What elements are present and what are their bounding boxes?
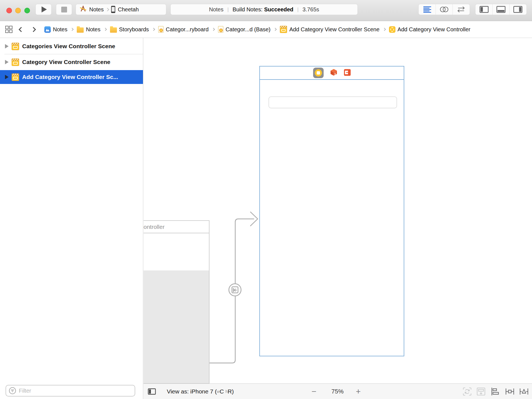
inspectors-panel-toggle[interactable] — [509, 4, 526, 15]
update-frames-button[interactable] — [461, 384, 473, 399]
partial-view-controller[interactable]: ontroller — [144, 220, 209, 383]
overlapping-circles-icon — [439, 6, 449, 13]
filter-input[interactable] — [19, 388, 132, 394]
outline-row-add-category-scene[interactable]: Add Category View Controller Sc... — [0, 70, 143, 84]
jumpbar-item-project[interactable]: Notes — [44, 26, 67, 33]
exit-icon[interactable] — [344, 69, 351, 77]
scene-clapper-icon — [12, 73, 19, 81]
chevron-separator-icon — [212, 28, 215, 31]
chevron-right-icon — [31, 27, 36, 32]
stop-button[interactable] — [56, 4, 72, 15]
chevron-left-icon — [19, 27, 24, 32]
version-editor-button[interactable] — [452, 4, 469, 15]
outline-toggle-button[interactable] — [146, 384, 158, 399]
minimize-button[interactable] — [15, 8, 21, 13]
status-divider: | — [297, 6, 299, 12]
storyboard-canvas[interactable]: 1 ontroller — [144, 38, 532, 383]
update-frames-icon — [462, 387, 472, 396]
trait-width-value: C — [220, 388, 224, 395]
build-status-result: Succeeded — [264, 6, 293, 13]
close-button[interactable] — [6, 8, 12, 13]
navigator-panel-toggle[interactable] — [475, 4, 492, 15]
resolve-issues-icon — [519, 387, 529, 396]
trait-width-key: w — [217, 389, 220, 394]
jumpbar-item-label: Categor...d (Base) — [226, 26, 270, 33]
outline-row-category-scene[interactable]: Category View Controller Scene — [0, 55, 143, 69]
trait-height-key: h — [226, 389, 228, 394]
view-controller-icon — [389, 26, 395, 33]
view-as-button[interactable]: View as: iPhone 7 (wC hR) — [167, 384, 234, 399]
run-button[interactable] — [35, 4, 52, 15]
outline-row-categories-scene[interactable]: Categories View Controller Scene — [0, 39, 143, 53]
activity-viewer[interactable]: Notes | Build Notes: Succeeded | 3.765s — [170, 4, 358, 15]
folder-icon — [110, 27, 117, 33]
breadcrumb: Notes Notes Storyboards Categor...ryboar… — [44, 26, 470, 33]
filter-icon — [9, 387, 16, 395]
build-status-label: Build Notes: — [232, 6, 262, 13]
disclosure-triangle-icon[interactable] — [5, 75, 9, 79]
scene-clapper-icon — [12, 43, 19, 50]
jumpbar-item-storyboards[interactable]: Storyboards — [110, 26, 149, 33]
view-controller-dock-icon[interactable] — [313, 68, 324, 78]
svg-text:1: 1 — [334, 72, 336, 76]
chevron-separator-icon — [383, 28, 386, 31]
debug-area-toggle[interactable] — [492, 4, 509, 15]
grid-icon — [5, 25, 13, 33]
project-icon — [44, 26, 51, 33]
add-constraints-button[interactable] — [504, 384, 516, 399]
jumpbar-item-label: Add Category View Controller — [398, 26, 470, 33]
status-divider: | — [227, 6, 229, 12]
back-button[interactable] — [15, 23, 27, 35]
jumpbar-item-folder[interactable]: Notes — [77, 26, 100, 33]
first-responder-icon[interactable]: 1 — [330, 69, 337, 77]
forward-button[interactable] — [27, 23, 39, 35]
zoom-in-button[interactable]: + — [352, 384, 365, 399]
row-separator — [4, 54, 143, 54]
text-field[interactable] — [268, 96, 397, 108]
zoom-out-button[interactable]: − — [308, 384, 320, 399]
scheme-project-label: Notes — [89, 6, 104, 13]
xcode-app-icon — [80, 5, 87, 14]
disclosure-triangle-icon[interactable] — [5, 60, 9, 64]
chevron-separator-icon — [71, 28, 74, 31]
jumpbar-item-scene[interactable]: Add Category View Controller Scene — [280, 26, 379, 33]
segue-badge[interactable] — [229, 284, 241, 296]
storyboard-file-icon — [218, 26, 223, 33]
scene-dock: 1 — [260, 66, 404, 80]
play-icon — [42, 6, 47, 12]
swap-arrows-icon — [456, 6, 466, 13]
canvas-bottom-bar: View as: iPhone 7 (wC hR) − 75% + — [144, 383, 532, 399]
chevron-separator-icon — [152, 28, 155, 31]
assistant-editor-button[interactable] — [436, 4, 452, 15]
outline-row-label: Add Category View Controller Sc... — [22, 74, 118, 80]
jumpbar-item-label: Notes — [86, 26, 100, 33]
outline-row-label: Categories View Controller Scene — [22, 43, 115, 50]
jumpbar-item-storyboard-base[interactable]: Categor...d (Base) — [218, 26, 270, 33]
jump-bar: Notes Notes Storyboards Categor...ryboar… — [0, 21, 532, 38]
standard-editor-button[interactable] — [419, 4, 436, 15]
disclosure-triangle-icon[interactable] — [5, 44, 9, 48]
align-button[interactable] — [489, 384, 502, 399]
jumpbar-item-storyboard-file[interactable]: Categor...ryboard — [158, 26, 209, 33]
filter-field[interactable] — [6, 385, 135, 397]
embed-in-stack-button[interactable] — [475, 384, 487, 399]
jumpbar-item-view-controller[interactable]: Add Category View Controller — [389, 26, 470, 33]
related-items-button[interactable] — [3, 23, 15, 35]
zoom-window-button[interactable] — [24, 8, 30, 13]
scene-icon — [280, 26, 287, 33]
partial-view-controller-header: ontroller — [144, 221, 209, 233]
scheme-selector[interactable]: Notes Cheetah — [76, 4, 166, 15]
add-category-view-controller-scene[interactable]: 1 — [259, 66, 404, 356]
editor-mode-control — [418, 4, 470, 15]
chevron-separator-icon — [274, 28, 277, 31]
bottom-panel-icon — [496, 6, 506, 13]
jumpbar-item-label: Add Category View Controller Scene — [289, 26, 379, 33]
left-panel-icon — [479, 6, 489, 13]
build-time-label: 3.765s — [303, 6, 319, 13]
scheme-device-label: Cheetah — [118, 6, 139, 13]
resolve-layout-issues-button[interactable] — [518, 384, 530, 399]
outline-row-label: Category View Controller Scene — [22, 59, 110, 65]
chevron-right-icon — [106, 8, 109, 11]
segue-line[interactable] — [209, 219, 254, 363]
jumpbar-item-label: Categor...ryboard — [166, 26, 209, 33]
